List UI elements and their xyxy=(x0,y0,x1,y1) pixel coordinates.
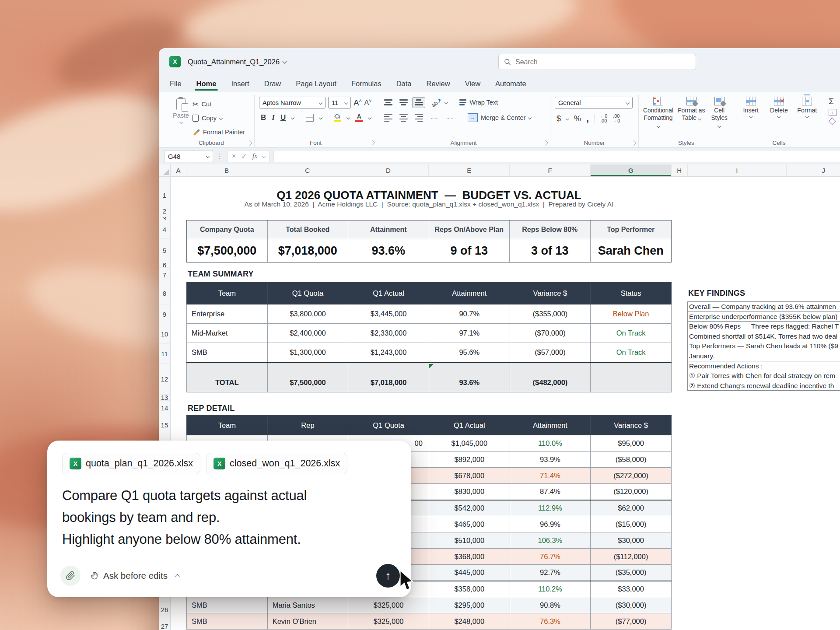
percent-icon[interactable]: % xyxy=(574,114,581,123)
attainment-cell[interactable]: 95.6% xyxy=(429,343,510,362)
fill-down-icon[interactable]: ↓ xyxy=(829,109,836,116)
autosum-icon[interactable]: Σ xyxy=(829,97,834,106)
increase-decimal-icon[interactable]: ←0.00 xyxy=(600,114,607,123)
workbook-title[interactable]: Quota_Attainment_Q1_2026 xyxy=(188,58,280,66)
chevron-down-icon[interactable] xyxy=(282,59,287,63)
cut-button[interactable]: ✂Cut xyxy=(192,98,245,110)
tab-file[interactable]: File xyxy=(170,80,182,92)
status-cell[interactable]: On Track xyxy=(591,324,672,343)
tab-review[interactable]: Review xyxy=(427,80,450,92)
actual-cell[interactable]: $3,445,000 xyxy=(348,304,429,324)
chevron-down-icon[interactable] xyxy=(262,154,266,158)
rep-variance-cell[interactable]: $30,000 xyxy=(591,532,672,549)
team-cell[interactable]: SMB xyxy=(187,343,268,362)
rep-actual-cell[interactable]: $542,000 xyxy=(429,500,510,516)
insert-function-icon[interactable]: fx xyxy=(252,152,258,160)
chevron-down-icon[interactable] xyxy=(319,116,322,119)
rep-variance-cell[interactable]: ($15,000) xyxy=(591,516,672,532)
team-header-cell[interactable]: Q1 Quota xyxy=(267,283,348,304)
clear-eraser-icon[interactable] xyxy=(829,118,836,125)
rep-actual-cell[interactable]: $445,000 xyxy=(429,565,510,581)
row-header-1[interactable]: 1 xyxy=(159,186,170,205)
rep-attainment-cell[interactable]: 76.7% xyxy=(510,549,591,565)
rep-actual-cell[interactable]: $1,045,000 xyxy=(429,435,510,452)
submit-prompt-button[interactable]: ↑ xyxy=(376,564,400,588)
currency-icon[interactable]: $ xyxy=(556,114,561,123)
total-status-cell[interactable] xyxy=(591,362,672,392)
number-format-select[interactable]: General xyxy=(555,97,633,108)
file-chip-2[interactable]: Xclosed_won_q1_2026.xlsx xyxy=(206,453,347,474)
rep-team-cell[interactable]: SMB xyxy=(187,613,268,630)
rep-actual-cell[interactable]: $248,000 xyxy=(429,613,510,630)
rep-attainment-cell[interactable]: 110.2% xyxy=(510,581,591,597)
formula-input[interactable] xyxy=(273,150,840,162)
fill-color-icon[interactable] xyxy=(334,114,341,122)
total-label-cell[interactable]: TOTAL xyxy=(187,362,268,392)
rep-header-cell[interactable]: Q1 Quota xyxy=(348,416,429,435)
rep-variance-cell[interactable]: ($30,000) xyxy=(591,597,672,613)
italic-icon[interactable]: I xyxy=(272,113,275,122)
rep-variance-cell[interactable]: $95,000 xyxy=(591,435,672,452)
conditional-formatting-button[interactable]: ConditionalFormatting xyxy=(643,97,673,139)
row-header-2[interactable]: 2 xyxy=(159,205,170,217)
rep-variance-cell[interactable]: ($35,000) xyxy=(591,565,672,581)
merge-center-button[interactable]: ↔ Merge & Center xyxy=(468,112,531,123)
column-header-E[interactable]: E xyxy=(429,164,510,176)
column-header-D[interactable]: D xyxy=(348,164,429,176)
row-header-14[interactable]: 14 xyxy=(159,401,170,415)
align-left-icon[interactable] xyxy=(382,112,395,123)
copy-button[interactable]: Copy xyxy=(192,112,245,124)
column-header-A[interactable]: A xyxy=(171,164,186,176)
rep-attainment-cell[interactable]: 93.9% xyxy=(510,452,591,468)
tab-insert[interactable]: Insert xyxy=(231,80,249,92)
attainment-cell[interactable]: 90.7% xyxy=(429,304,510,324)
rep-variance-cell[interactable]: ($112,000) xyxy=(591,549,672,565)
team-header-cell[interactable]: Attainment xyxy=(429,283,510,304)
font-name-select[interactable]: Aptos Narrow xyxy=(259,97,326,108)
rep-attainment-cell[interactable]: 92.7% xyxy=(510,565,591,581)
align-right-icon[interactable] xyxy=(412,112,425,123)
decrease-decimal-icon[interactable]: .00→0 xyxy=(612,114,620,123)
chevron-down-icon[interactable] xyxy=(566,117,569,120)
cancel-entry-icon[interactable]: × xyxy=(232,152,236,160)
row-header-6[interactable]: 6 xyxy=(159,262,170,268)
tab-automate[interactable]: Automate xyxy=(495,80,526,92)
rep-attainment-cell[interactable]: 96.9% xyxy=(510,516,591,532)
file-chip-1[interactable]: Xquota_plan_q1_2026.xlsx xyxy=(62,453,200,474)
rep-attainment-cell[interactable]: 112.9% xyxy=(510,500,591,516)
select-all-corner[interactable] xyxy=(159,164,171,176)
row-header-13[interactable]: 13 xyxy=(159,395,170,401)
prompt-text[interactable]: Compare Q1 quota targets against actualb… xyxy=(62,485,396,550)
column-header-G[interactable]: G xyxy=(591,164,672,176)
decrease-indent-icon[interactable]: ←≡ xyxy=(427,112,441,123)
row-header-26[interactable]: 26 xyxy=(159,602,170,618)
rep-variance-cell[interactable]: $62,000 xyxy=(591,500,672,516)
align-center-icon[interactable] xyxy=(397,112,410,123)
column-header-H[interactable]: H xyxy=(672,164,688,176)
increase-font-icon[interactable]: A˄ xyxy=(354,98,362,108)
row-header-8[interactable]: 8 xyxy=(159,282,170,304)
variance-cell[interactable]: ($355,000) xyxy=(510,304,591,324)
team-cell[interactable]: Enterprise xyxy=(187,304,268,324)
bottom-align-icon[interactable] xyxy=(412,97,425,108)
total-variance-cell[interactable]: ($482,000) xyxy=(510,362,591,392)
increase-indent-icon[interactable]: →≡ xyxy=(443,112,456,123)
confirm-entry-icon[interactable]: ✓ xyxy=(241,152,247,161)
actual-cell[interactable]: $2,330,000 xyxy=(348,324,429,343)
comma-style-icon[interactable]: , xyxy=(586,113,589,124)
variance-cell[interactable]: ($57,000) xyxy=(510,343,591,362)
chevron-down-icon[interactable] xyxy=(346,116,350,119)
font-size-select[interactable]: 11 xyxy=(328,97,351,108)
rep-attainment-cell[interactable]: 90.8% xyxy=(510,597,591,613)
row-header-15[interactable]: 15 xyxy=(159,415,170,435)
rep-name-cell[interactable]: Maria Santos xyxy=(267,597,348,613)
total-actual-cell[interactable]: $7,018,000 xyxy=(348,362,429,392)
rep-actual-cell[interactable]: $368,000 xyxy=(429,549,510,565)
row-header-11[interactable]: 11 xyxy=(159,344,170,364)
bold-icon[interactable]: B xyxy=(261,113,266,122)
status-cell[interactable]: On Track xyxy=(591,343,672,362)
quota-cell[interactable]: $3,800,000 xyxy=(267,304,348,324)
attach-file-button[interactable] xyxy=(60,566,80,586)
column-header-B[interactable]: B xyxy=(186,164,267,176)
insert-cells-button[interactable]: ← Insert xyxy=(738,97,763,139)
